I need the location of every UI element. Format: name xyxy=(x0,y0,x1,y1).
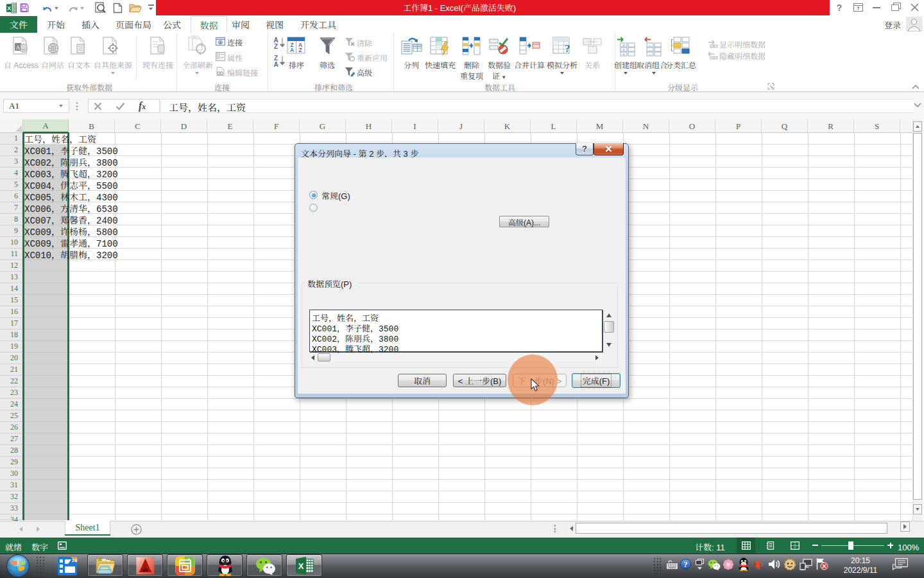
svg-text:A: A xyxy=(290,47,294,53)
svg-text:A: A xyxy=(16,44,21,51)
svg-text:A: A xyxy=(273,61,278,68)
svg-text:+: + xyxy=(622,52,625,57)
svg-text:?: ? xyxy=(684,560,688,569)
svg-text:Z: Z xyxy=(298,47,302,53)
svg-text:X: X xyxy=(298,561,304,571)
svg-text:X: X xyxy=(7,5,12,12)
svg-text:16: 16 xyxy=(72,557,78,563)
svg-text:?: ? xyxy=(565,42,570,55)
svg-text:+: + xyxy=(622,48,625,52)
svg-text:Z: Z xyxy=(274,43,278,50)
svg-text:+: + xyxy=(622,43,625,48)
